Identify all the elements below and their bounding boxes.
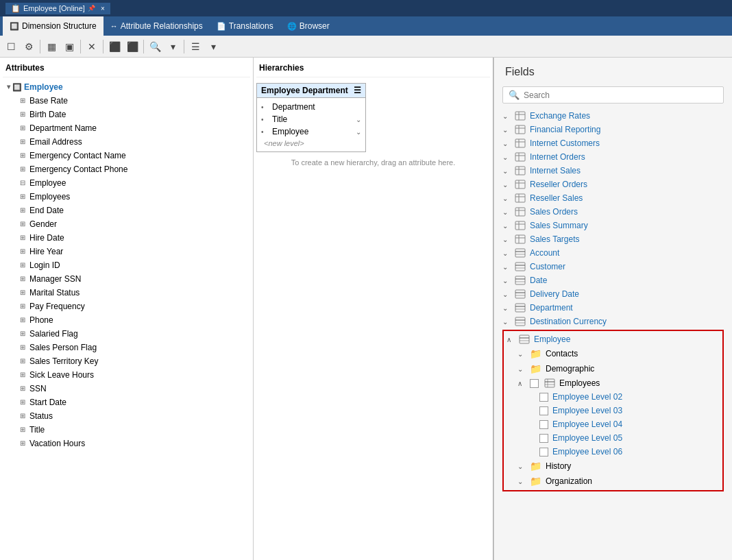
toolbar-btn-zoom[interactable]: 🔍 (147, 38, 163, 55)
attr-email[interactable]: ⊞ Email Address (16, 135, 250, 149)
field-internet-sales[interactable]: ⌄ Internet Sales (500, 164, 727, 178)
toolbar-btn-move-up[interactable]: ⬛ (106, 38, 123, 55)
field-employee-root[interactable]: ∧ Employee (504, 332, 722, 346)
field-employee-level-06[interactable]: Employee Level 06 (504, 445, 722, 459)
attr-base-rate[interactable]: ⊞ Base Rate (16, 94, 250, 108)
field-sales-summary[interactable]: ⌄ Sales Summary (500, 219, 727, 232)
attr-phone[interactable]: ⊞ Phone (16, 313, 250, 327)
attr-emergency-phone[interactable]: ⊞ Emergency Contact Phone (16, 162, 250, 176)
toolbar-btn-filter[interactable]: ☰ (187, 38, 204, 55)
attr-status[interactable]: ⊞ Status (16, 409, 250, 423)
title-close-btn[interactable]: × (101, 5, 105, 12)
toolbar-btn-delete[interactable]: ✕ (84, 38, 100, 55)
level-chevron-employee: ⌄ (356, 128, 361, 136)
attr-vacation-hours[interactable]: ⊞ Vacation Hours (16, 437, 250, 450)
attr-marital-status[interactable]: ⊞ Marital Status (16, 286, 250, 300)
attr-title[interactable]: ⊞ Title (16, 423, 250, 437)
field-employee-level-03[interactable]: Employee Level 03 (504, 404, 722, 417)
attr-icon-employee: ⊟ (18, 177, 27, 189)
field-exchange-rates[interactable]: ⌄ Exchange Rates (500, 109, 727, 123)
field-employee-level-05[interactable]: Employee Level 05 (504, 431, 722, 445)
attr-manager-ssn[interactable]: ⊞ Manager SSN (16, 272, 250, 286)
toolbar-btn-filter-dropdown[interactable]: ▾ (205, 38, 221, 55)
employee-root-icon: 🔲 (12, 81, 22, 93)
attr-start-date[interactable]: ⊞ Start Date (16, 395, 250, 409)
svg-rect-12 (515, 167, 525, 175)
checkbox-level-02[interactable] (539, 393, 548, 402)
attr-end-date[interactable]: ⊞ End Date (16, 204, 250, 217)
attr-sales-territory[interactable]: ⊞ Sales Territory Key (16, 354, 250, 368)
checkbox-level-04[interactable] (539, 420, 548, 429)
attr-pay-freq[interactable]: ⊞ Pay Frequency (16, 300, 250, 313)
field-date[interactable]: ⌄ Date (500, 273, 727, 287)
title-bar: 📋 Employee [Online] 📌 × (0, 0, 732, 16)
hierarchy-menu-icon[interactable]: ☰ (354, 86, 361, 95)
chevron-organization: ⌄ (517, 478, 526, 485)
field-delivery-date[interactable]: ⌄ Delivery Date (500, 287, 727, 301)
new-level-placeholder[interactable]: <new level> (261, 138, 361, 149)
checkbox-employees[interactable] (530, 379, 539, 388)
checkbox-level-03[interactable] (539, 406, 548, 415)
field-sales-targets[interactable]: ⌄ Sales Targets (500, 232, 727, 246)
toolbar-btn-move-down[interactable]: ⬛ (124, 38, 141, 55)
field-demographic[interactable]: ⌄ 📁 Demographic (504, 361, 722, 376)
toolbar-separator-5 (184, 40, 184, 53)
field-sales-orders[interactable]: ⌄ Sales Orders (500, 205, 727, 219)
tab-translations[interactable]: 📄 Translations (210, 16, 280, 36)
drag-hint: To create a new hierarchy, drag an attri… (256, 152, 490, 173)
field-department[interactable]: ⌄ Department (500, 301, 727, 315)
attr-ssn[interactable]: ⊞ SSN (16, 382, 250, 395)
field-financial-reporting[interactable]: ⌄ Financial Reporting (500, 123, 727, 136)
toolbar-btn-grid2[interactable]: ▣ (61, 38, 77, 55)
field-employees-folder[interactable]: ∧ Employees (504, 376, 722, 390)
attr-gender[interactable]: ⊞ Gender (16, 217, 250, 231)
toolbar-btn-settings[interactable]: ⚙ (21, 38, 37, 55)
attr-employees[interactable]: ⊞ Employees (16, 190, 250, 204)
attr-employee[interactable]: ⊟ Employee (16, 176, 250, 190)
attr-icon-salaried: ⊞ (18, 328, 27, 340)
toolbar-btn-new[interactable]: ☐ (3, 38, 19, 55)
attr-sales-person-flag[interactable]: ⊞ Sales Person Flag (16, 341, 250, 354)
tab-browser[interactable]: 🌐 Browser (280, 16, 337, 36)
checkbox-level-05[interactable] (539, 434, 548, 443)
svg-rect-27 (515, 235, 525, 243)
attr-login-id[interactable]: ⊞ Login ID (16, 258, 250, 272)
attr-hire-date[interactable]: ⊞ Hire Date (16, 231, 250, 245)
level-chevron-title: ⌄ (356, 116, 361, 123)
attr-dept-name[interactable]: ⊞ Department Name (16, 121, 250, 135)
title-tab[interactable]: 📋 Employee [Online] 📌 × (5, 3, 110, 14)
field-customer[interactable]: ⌄ Customer (500, 260, 727, 273)
tab-dimension-structure[interactable]: 🔲 Dimension Structure (3, 16, 103, 36)
tab-attribute-relationships[interactable]: ↔ Attribute Relationships (103, 16, 210, 36)
attr-birth-date[interactable]: ⊞ Birth Date (16, 108, 250, 121)
field-organization[interactable]: ⌄ 📁 Organization (504, 474, 722, 489)
attr-root-employee[interactable]: ▾ 🔲 Employee (5, 80, 250, 94)
toolbar-btn-table[interactable]: ▦ (43, 38, 60, 55)
attr-salaried-flag[interactable]: ⊞ Salaried Flag (16, 327, 250, 341)
search-input[interactable] (524, 90, 718, 100)
toolbar-btn-zoom-dropdown[interactable]: ▾ (164, 38, 181, 55)
field-account[interactable]: ⌄ Account (500, 246, 727, 260)
field-destination-currency[interactable]: ⌄ Destination Currency (500, 315, 727, 328)
folder-icon-demographic: 📁 (530, 363, 541, 374)
attr-sick-leave[interactable]: ⊞ Sick Leave Hours (16, 368, 250, 382)
hierarchy-level-dept[interactable]: • Department (261, 101, 361, 113)
table-icon-date (515, 276, 526, 285)
field-employee-level-04[interactable]: Employee Level 04 (504, 417, 722, 431)
attr-icon-start-date: ⊞ (18, 396, 27, 409)
field-contacts[interactable]: ⌄ 📁 Contacts (504, 346, 722, 361)
attr-icon-email: ⊞ (18, 136, 27, 148)
checkbox-level-06[interactable] (539, 448, 548, 456)
chevron-financial-reporting: ⌄ (502, 126, 511, 134)
field-internet-orders[interactable]: ⌄ Internet Orders (500, 150, 727, 164)
field-history[interactable]: ⌄ 📁 History (504, 459, 722, 474)
hierarchy-level-title[interactable]: • Title ⌄ (261, 113, 361, 125)
hierarchy-level-employee[interactable]: • Employee ⌄ (261, 125, 361, 138)
folder-icon-contacts: 📁 (530, 348, 541, 359)
attr-emergency-name[interactable]: ⊞ Emergency Contact Name (16, 149, 250, 162)
field-reseller-sales[interactable]: ⌄ Reseller Sales (500, 191, 727, 205)
attr-hire-year[interactable]: ⊞ Hire Year (16, 245, 250, 258)
field-reseller-orders[interactable]: ⌄ Reseller Orders (500, 178, 727, 191)
field-employee-level-02[interactable]: Employee Level 02 (504, 390, 722, 404)
field-internet-customers[interactable]: ⌄ Internet Customers (500, 136, 727, 150)
